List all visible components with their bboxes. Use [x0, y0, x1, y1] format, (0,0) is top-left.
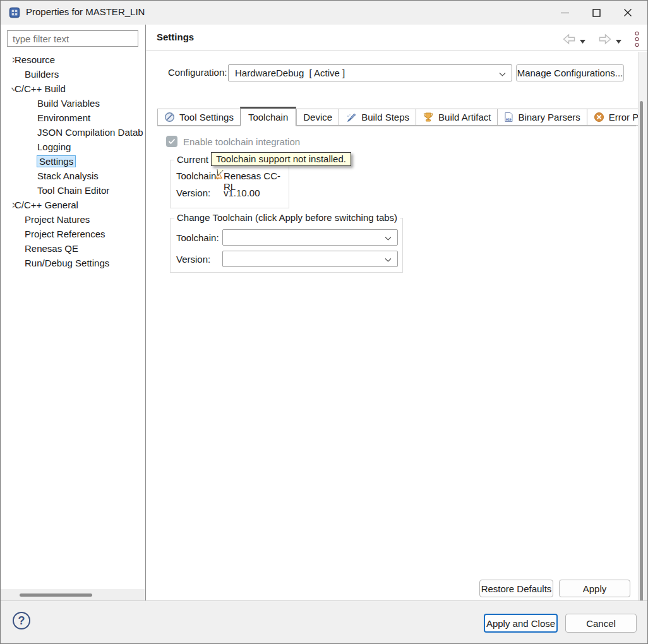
tree-item-run-debug-settings[interactable]: Run/Debug Settings — [1, 256, 145, 270]
manage-configurations-button[interactable]: Manage Configurations... — [516, 64, 624, 81]
tree-item-build-variables[interactable]: Build Variables — [1, 96, 145, 110]
app-icon — [9, 7, 20, 18]
change-toolchain-label: Toolchain: — [176, 232, 219, 243]
apply-and-close-button[interactable]: Apply and Close — [484, 614, 558, 633]
settings-panel: Settings — [146, 25, 647, 600]
forward-arrow-icon[interactable] — [598, 33, 612, 47]
tree-item-renesas-qe[interactable]: Renesas QE — [1, 241, 145, 256]
tree-item-cpp-general[interactable]: C/C++ General — [1, 198, 145, 212]
window-title: Properties for MASTER_LIN — [26, 6, 145, 17]
tab-device[interactable]: Device — [296, 109, 339, 126]
chevron-down-icon — [499, 68, 506, 78]
configuration-select[interactable]: HardwareDebug [ Active ] — [228, 64, 512, 81]
current-version-value: v1.10.00 — [224, 188, 260, 198]
tab-binary-parsers[interactable]: 010 Binary Parsers — [497, 109, 586, 126]
forward-dropdown-icon[interactable] — [616, 35, 621, 45]
toolchain-tooltip: Toolchain support not installed. — [211, 152, 351, 166]
settings-tab-strip: Tool Settings Toolchain Device Build Ste… — [157, 107, 636, 126]
tree-item-json-compilation-database[interactable]: JSON Compilation Datab — [1, 125, 145, 140]
build-artifact-icon — [423, 112, 434, 122]
maximize-button[interactable] — [580, 1, 612, 25]
enable-toolchain-label: Enable toolchain integration — [183, 136, 300, 147]
properties-sidebar: Resource Builders C/C++ Build Build Vari… — [1, 25, 146, 602]
page-title: Settings — [157, 32, 194, 42]
tree-item-logging[interactable]: Logging — [1, 140, 145, 154]
tree-item-settings[interactable]: Settings — [1, 154, 145, 169]
apply-button[interactable]: Apply — [559, 580, 630, 597]
enable-toolchain-checkbox[interactable] — [166, 136, 177, 147]
tooltip-tail — [216, 167, 226, 178]
change-version-select[interactable] — [222, 251, 398, 267]
tree-item-project-natures[interactable]: Project Natures — [1, 212, 145, 227]
current-toolchain-group: Current Toolchain Toolchain: Renesas CC-… — [170, 160, 289, 208]
change-version-label: Version: — [176, 254, 210, 265]
chevron-right-icon[interactable] — [1, 202, 15, 208]
tab-build-steps[interactable]: Build Steps — [339, 109, 416, 126]
svg-text:010: 010 — [507, 118, 512, 121]
tree-item-resource[interactable]: Resource — [1, 52, 145, 67]
chevron-down-icon[interactable] — [1, 86, 15, 92]
title-bar[interactable]: Properties for MASTER_LIN — [1, 1, 647, 25]
current-toolchain-label: Toolchain: — [176, 170, 219, 181]
back-arrow-icon[interactable] — [562, 33, 576, 47]
tree-item-cpp-build[interactable]: C/C++ Build — [1, 81, 145, 96]
restore-defaults-button[interactable]: Restore Defaults — [479, 580, 553, 597]
tool-settings-icon — [164, 112, 175, 122]
close-button[interactable] — [612, 1, 644, 25]
scrollbar-thumb[interactable] — [640, 101, 643, 612]
current-version-label: Version: — [176, 188, 210, 198]
configuration-row: Configuration: HardwareDebug [ Active ] … — [146, 64, 647, 81]
tab-build-artifact[interactable]: Build Artifact — [416, 109, 497, 126]
sidebar-horizontal-scrollbar[interactable] — [1, 589, 145, 602]
enable-toolchain-row: Enable toolchain integration — [166, 136, 300, 147]
chevron-down-icon — [385, 254, 392, 265]
tree-item-stack-analysis[interactable]: Stack Analysis — [1, 169, 145, 183]
tab-tool-settings[interactable]: Tool Settings — [157, 109, 240, 126]
binary-parsers-icon: 010 — [504, 112, 513, 122]
tree-item-tool-chain-editor[interactable]: Tool Chain Editor — [1, 183, 145, 198]
configuration-value: HardwareDebug [ Active ] — [235, 68, 345, 78]
filter-input[interactable] — [7, 30, 138, 47]
chevron-right-icon[interactable] — [1, 57, 15, 63]
scrollbar-thumb[interactable] — [20, 593, 92, 597]
change-toolchain-group-title: Change Toolchain (click Apply before swi… — [174, 212, 400, 223]
cancel-button[interactable]: Cancel — [565, 614, 637, 633]
properties-dialog: Properties for MASTER_LIN Resource Build… — [0, 0, 648, 644]
properties-tree: Resource Builders C/C++ Build Build Vari… — [1, 52, 145, 270]
minimize-button[interactable] — [549, 1, 580, 25]
change-toolchain-group: Change Toolchain (click Apply before swi… — [170, 218, 403, 273]
change-toolchain-select[interactable] — [222, 229, 398, 246]
chevron-down-icon — [385, 232, 392, 243]
back-dropdown-icon[interactable] — [580, 35, 585, 45]
tab-toolchain[interactable]: Toolchain — [240, 107, 296, 126]
view-menu-icon[interactable] — [634, 31, 640, 49]
help-icon[interactable]: ? — [13, 612, 30, 629]
dialog-footer: ? Apply and Close Cancel — [1, 600, 647, 643]
tree-item-environment[interactable]: Environment — [1, 110, 145, 125]
panel-header: Settings — [146, 25, 647, 51]
content-vertical-scrollbar[interactable] — [638, 52, 647, 600]
error-parsers-icon — [594, 112, 604, 122]
tree-item-builders[interactable]: Builders — [1, 67, 145, 81]
build-steps-icon — [345, 112, 357, 122]
configuration-label: Configuration: — [168, 67, 227, 78]
tree-item-project-references[interactable]: Project References — [1, 227, 145, 241]
